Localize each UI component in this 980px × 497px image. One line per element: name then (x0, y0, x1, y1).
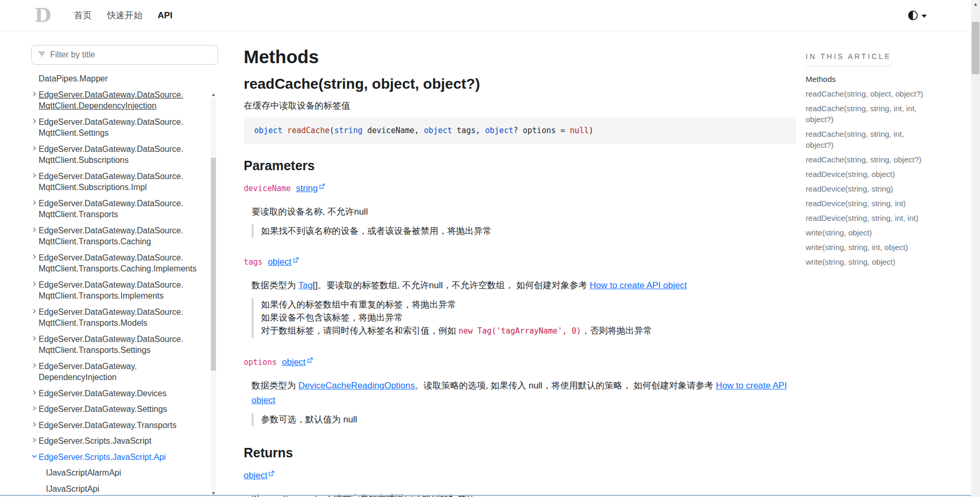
sidebar-item-label: EdgeServer.​DataGateway.​Transports (39, 420, 176, 431)
toc-item[interactable]: Methods (806, 74, 927, 85)
parameter-signature: tagsobject (244, 256, 795, 268)
chevron-right-icon[interactable] (31, 308, 38, 329)
toc-item[interactable]: readDevice(string, object) (806, 169, 927, 180)
nav-link-首页[interactable]: 首页 (74, 9, 92, 21)
sidebar-item-label: DataPipes.​Mapper (39, 73, 108, 85)
nav-link-快速开始[interactable]: 快速开始 (107, 9, 142, 21)
page-body: DataPipes.​MapperEdgeServer.​DataGateway… (0, 31, 980, 497)
browser-scrollbar-thumb[interactable] (972, 22, 979, 74)
code-token: ? options = (513, 126, 570, 135)
scroll-up-icon[interactable]: ▲ (210, 91, 217, 98)
toc-item[interactable]: readDevice(string, string) (806, 183, 927, 194)
text-run: 。读取策略的选项, 如果传入 null，将使用默认的策略， 如何创建对象请参考 (415, 381, 716, 390)
toc-item[interactable]: readDevice(string, string, int) (806, 198, 927, 209)
chevron-right-icon[interactable] (31, 118, 38, 139)
toc-item[interactable]: readCache(string, string, object?) (806, 154, 927, 165)
toc-item[interactable]: write(string, string, object) (806, 256, 927, 267)
chevron-right-icon[interactable] (31, 405, 38, 415)
parameter-description: 数据类型为 Tag[]。要读取的标签数组, 不允许null，不允许空数组， 如何… (252, 278, 795, 293)
sidebar-item[interactable]: EdgeServer.​DataGateway.​Settings (31, 404, 210, 415)
chevron-right-icon[interactable] (31, 437, 38, 447)
content-link[interactable]: How to create API object (590, 280, 687, 290)
external-link-icon (268, 470, 274, 477)
code-token: readCache (287, 126, 329, 135)
sidebar-item[interactable]: EdgeServer.​DataGateway.​DependencyInjec… (31, 361, 210, 383)
sidebar-item[interactable]: EdgeServer.​DataGateway.​DataSource.​Mqt… (31, 89, 210, 112)
sidebar-item[interactable]: EdgeServer.​DataGateway.​DataSource.​Mqt… (31, 334, 210, 356)
text-run: 如果设备不包含该标签，将抛出异常 (261, 313, 403, 323)
theme-contrast-icon (908, 10, 918, 20)
sidebar-item-label: EdgeServer.​DataGateway.​DataSource.​Mqt… (39, 171, 210, 193)
inline-code: new Tag('tagArrayName', 0) (459, 326, 581, 336)
sidebar-item[interactable]: EdgeServer.​DataGateway.​DataSource.​Mqt… (31, 225, 210, 247)
sidebar-item[interactable]: EdgeServer.​DataGateway.​Transports (31, 420, 210, 431)
external-link-icon (319, 183, 325, 190)
chevron-right-icon[interactable] (31, 227, 38, 247)
toc-item[interactable]: readCache(string, object, object?) (806, 88, 927, 99)
toc-item[interactable]: readDevice(string, string, int, int) (806, 212, 927, 223)
sidebar-item-label: IJavaScriptApi (46, 483, 99, 495)
sidebar-item-label: EdgeServer.​DataGateway.​DataSource.​Mqt… (39, 252, 210, 275)
sidebar-item[interactable]: EdgeServer.​DataGateway.​DataSource.​Mqt… (31, 252, 210, 275)
nav-link-api[interactable]: API (158, 10, 172, 21)
sidebar-item[interactable]: IJavaScriptApi (31, 483, 210, 495)
method-title: readCache(string, object, object?) (244, 75, 795, 93)
sidebar-item-label: EdgeServer.​DataGateway.​DataSource.​Mqt… (39, 334, 210, 356)
sidebar-item-label: EdgeServer.​DataGateway.​Devices (39, 388, 166, 399)
content-link[interactable]: DeviceCacheReadingOptions (298, 381, 415, 390)
scrollbar-up-icon[interactable]: ▲ (971, 0, 980, 8)
chevron-right-icon[interactable] (31, 389, 38, 399)
parameter-description: 要读取的设备名称, 不允许null (252, 205, 795, 219)
sidebar-item-label: EdgeServer.​Scripts.​JavaScript (39, 435, 151, 447)
browser-scrollbar[interactable]: ▲ (971, 0, 980, 497)
sidebar-item[interactable]: IJavaScriptAlarmApi (31, 467, 210, 479)
sidebar-item[interactable]: EdgeServer.​Scripts.​JavaScript.​Api (31, 452, 210, 463)
chevron-right-icon[interactable] (31, 254, 38, 275)
chevron-right-icon[interactable] (31, 335, 38, 356)
parameter-type-link[interactable]: string (296, 183, 325, 193)
chevron-right-icon[interactable] (31, 362, 38, 383)
sidebar-item-label: EdgeServer.​DataGateway.​DataSource.​Mqt… (39, 144, 210, 166)
toc-item[interactable]: readCache(string, string, int, object?) (806, 128, 927, 150)
return-type-link[interactable]: object (244, 470, 274, 480)
filter-input[interactable] (50, 50, 211, 60)
sidebar-scrollbar[interactable]: ▲ ▼ (210, 91, 217, 497)
page-title: Methods (244, 46, 795, 68)
theme-toggle-button[interactable] (908, 10, 964, 20)
content-link[interactable]: Tag (298, 280, 313, 290)
code-token: object (254, 126, 282, 135)
chevron-right-icon[interactable] (31, 145, 38, 166)
sidebar-item[interactable]: EdgeServer.​DataGateway.​DataSource.​Mqt… (31, 144, 210, 166)
top-navbar: D 首页快速开始API (0, 0, 980, 31)
parameter-type-link[interactable]: object (282, 357, 313, 367)
returns-heading: Returns (244, 445, 795, 460)
sidebar-item[interactable]: EdgeServer.​DataGateway.​DataSource.​Mqt… (31, 171, 210, 193)
sidebar-item[interactable]: DataPipes.​Mapper (31, 73, 210, 85)
site-logo[interactable]: D (34, 6, 51, 25)
chevron-right-icon[interactable] (31, 281, 38, 302)
chevron-right-icon[interactable] (31, 199, 38, 220)
parameter-type-link[interactable]: object (268, 257, 298, 267)
chevron-down-icon[interactable] (31, 453, 38, 463)
toc-item[interactable]: write(string, object) (806, 227, 927, 238)
sidebar-item[interactable]: EdgeServer.​DataGateway.​DataSource.​Mqt… (31, 306, 210, 329)
toc-item[interactable]: readCache(string, string, int, int, obje… (806, 103, 927, 125)
left-sidebar: DataPipes.​MapperEdgeServer.​DataGateway… (0, 31, 229, 497)
external-link-icon (307, 357, 313, 363)
sidebar-scrollbar-thumb[interactable] (211, 158, 216, 371)
parameter-block: deviceNamestring要读取的设备名称, 不允许null如果找不到该名… (244, 183, 795, 238)
parameters-list: deviceNamestring要读取的设备名称, 不允许null如果找不到该名… (244, 183, 795, 426)
note-line: 如果传入的标签数组中有重复的标签，将抛出异常 (261, 298, 795, 311)
sidebar-item[interactable]: EdgeServer.​Scripts.​JavaScript (31, 435, 210, 447)
toc-item[interactable]: write(string, string, int, object) (806, 242, 927, 253)
sidebar-item-label: EdgeServer.​DataGateway.​DependencyInjec… (39, 361, 210, 383)
returns-block: object以 map (key-value) 结构字典的方式返回读取到的标签值 (244, 470, 795, 497)
sidebar-item[interactable]: EdgeServer.​DataGateway.​DataSource.​Mqt… (31, 198, 210, 220)
sidebar-item[interactable]: EdgeServer.​DataGateway.​Devices (31, 388, 210, 399)
sidebar-item[interactable]: EdgeServer.​DataGateway.​DataSource.​Mqt… (31, 279, 210, 302)
sidebar-item[interactable]: EdgeServer.​DataGateway.​DataSource.​Mqt… (31, 116, 210, 139)
chevron-right-icon[interactable] (31, 172, 38, 193)
chevron-right-icon[interactable] (31, 91, 38, 112)
parameter-name: options (244, 358, 277, 367)
chevron-right-icon[interactable] (31, 421, 38, 431)
